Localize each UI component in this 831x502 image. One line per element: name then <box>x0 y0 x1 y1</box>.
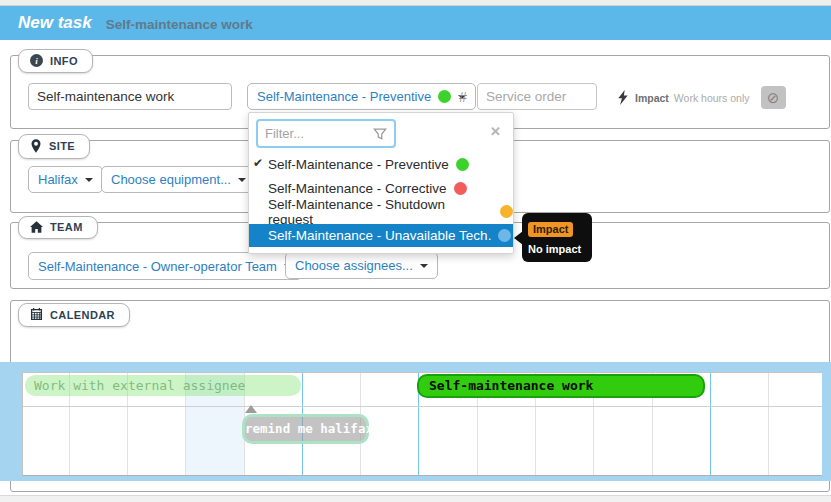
site-tab: SITE <box>18 134 90 159</box>
option-label: Self-Maintenance - Preventive <box>268 157 449 172</box>
service-order-hash-label: # <box>459 89 467 105</box>
option-color-dot <box>456 158 469 171</box>
impact-controls: Impact Work hours only ⊘ <box>617 86 786 109</box>
check-icon: ✔ <box>253 156 263 170</box>
info-icon: i <box>30 54 43 67</box>
calendar-icon <box>30 308 43 321</box>
option-label: Self-Maintenance - Unavailable Tech. <box>268 228 491 243</box>
caret-down-icon <box>85 178 93 182</box>
service-order-input[interactable] <box>477 83 597 110</box>
grid-line <box>768 373 769 475</box>
calendar-tab-label: CALENDAR <box>50 309 115 321</box>
assignees-placeholder-label: Choose assignees... <box>295 258 413 273</box>
task-type-dropdown-panel: ✕ ✔ Self-Maintenance - Preventive Self-M… <box>248 112 514 254</box>
lightning-icon <box>617 90 630 105</box>
option-shutdown-request[interactable]: Self-Maintenance - Shutdown request <box>249 200 513 224</box>
option-color-dot <box>500 205 513 218</box>
page-title: New task <box>18 13 92 33</box>
equipment-placeholder-label: Choose equipment... <box>111 172 231 187</box>
tooltip-impact-badge: Impact <box>528 222 573 237</box>
site-dropdown-button[interactable]: Halifax <box>28 166 103 193</box>
calendar-event-ghost[interactable]: Work with external assignee <box>25 375 301 396</box>
close-icon[interactable]: ✕ <box>490 124 501 139</box>
impact-mode-label: Work hours only <box>674 92 750 104</box>
task-type-color-dot <box>438 90 451 103</box>
calendar-tab: CALENDAR <box>18 303 130 327</box>
tooltip-arrow-icon <box>514 231 523 245</box>
caret-down-icon <box>420 264 428 268</box>
info-tab: i INFO <box>18 49 93 73</box>
calendar-selection-frame: Work with external assignee Self-mainten… <box>0 362 831 481</box>
task-type-options-list: ✔ Self-Maintenance - Preventive Self-Mai… <box>249 153 513 247</box>
new-task-screen: New task Self-maintenance work i INFO Se… <box>0 0 831 502</box>
option-color-dot <box>454 182 467 195</box>
task-type-selected-label: Self-Maintenance - Preventive <box>257 89 431 104</box>
team-selected-label: Self-Maintenance - Owner-operator Team <box>38 259 277 274</box>
info-tab-label: INFO <box>50 55 78 67</box>
team-tab-label: TEAM <box>50 221 83 233</box>
team-tab: TEAM <box>18 216 98 239</box>
filter-input-wrap <box>256 119 396 148</box>
calendar-grid[interactable]: Work with external assignee Self-mainten… <box>22 372 822 476</box>
grid-line <box>710 373 711 475</box>
impact-tooltip: Impact No impact <box>522 213 592 262</box>
calendar-event-reminder[interactable]: remind me halifax <box>242 414 369 444</box>
option-preventive[interactable]: ✔ Self-Maintenance - Preventive <box>249 153 513 177</box>
team-dropdown-button[interactable]: Self-Maintenance - Owner-operator Team <box>28 252 302 280</box>
equipment-dropdown-button[interactable]: Choose equipment... <box>101 166 256 193</box>
event-marker-triangle-icon <box>245 405 257 413</box>
calendar-event-current-task[interactable]: Self-maintenance work <box>417 374 705 398</box>
option-color-dot <box>498 229 511 242</box>
no-impact-icon: ⊘ <box>767 89 780 106</box>
option-unavailable-tech[interactable]: Self-Maintenance - Unavailable Tech. <box>249 224 513 248</box>
no-impact-toggle-button[interactable]: ⊘ <box>761 86 786 109</box>
impact-label: Impact <box>635 92 669 104</box>
bottom-strip <box>0 495 831 502</box>
site-selected-label: Halifax <box>38 172 78 187</box>
task-name-heading: Self-maintenance work <box>106 15 253 32</box>
assignees-dropdown-button[interactable]: Choose assignees... <box>285 252 438 279</box>
task-type-dropdown-button[interactable]: Self-Maintenance - Preventive <box>247 83 476 110</box>
funnel-icon <box>373 127 387 141</box>
filter-input[interactable] <box>258 126 373 141</box>
site-tab-label: SITE <box>49 140 75 152</box>
home-icon <box>30 221 43 233</box>
task-name-input[interactable] <box>28 83 232 110</box>
page-header: New task Self-maintenance work <box>0 6 831 40</box>
map-pin-icon <box>30 139 42 153</box>
option-label: Self-Maintenance - Corrective <box>268 181 447 196</box>
caret-down-icon <box>238 178 246 182</box>
row-divider-line <box>23 406 822 407</box>
option-label: Self-Maintenance - Shutdown request <box>268 197 493 227</box>
tooltip-text: No impact <box>528 243 586 255</box>
